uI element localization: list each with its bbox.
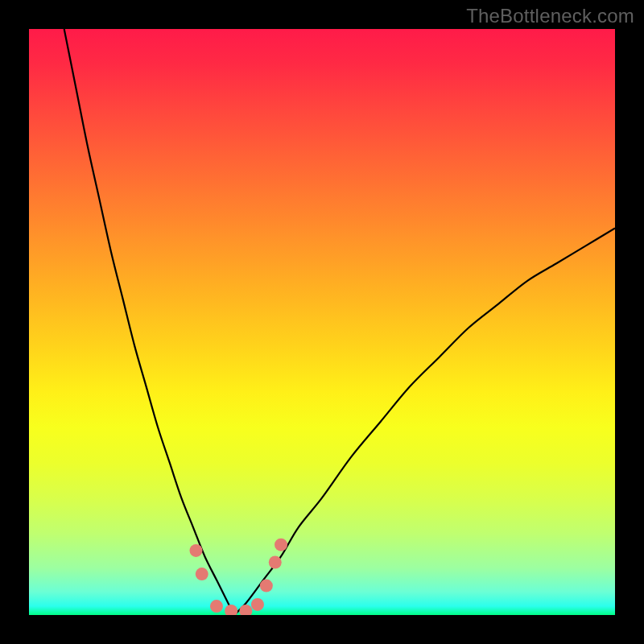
chart-frame: TheBottleneck.com xyxy=(0,0,644,644)
data-marker xyxy=(260,580,273,592)
data-marker xyxy=(189,544,202,557)
data-marker xyxy=(251,598,264,611)
data-marker xyxy=(196,568,208,580)
data-marker xyxy=(239,605,252,615)
plot-area xyxy=(29,29,615,615)
marker-group xyxy=(189,539,287,615)
data-marker xyxy=(269,555,282,568)
data-marker xyxy=(225,605,237,615)
watermark-text: TheBottleneck.com xyxy=(466,5,634,27)
data-marker xyxy=(210,600,223,613)
curve-right-branch xyxy=(234,229,615,615)
chart-overlay xyxy=(29,29,615,615)
curve-left-branch xyxy=(64,29,234,615)
data-marker xyxy=(275,539,287,551)
